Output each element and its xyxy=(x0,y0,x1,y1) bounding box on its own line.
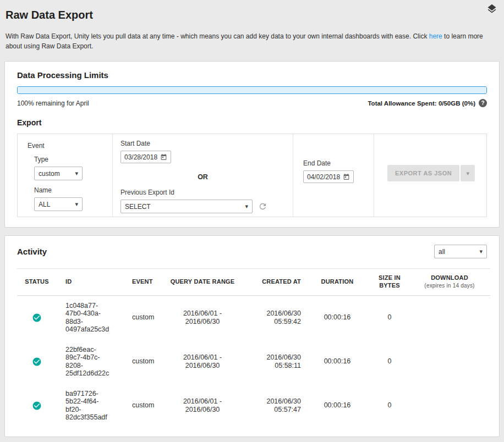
cell-event: custom xyxy=(125,340,167,384)
activity-table: STATUS ID EVENT QUERY DATE RANGE CREATED… xyxy=(17,268,490,428)
chevron-down-icon: ▾ xyxy=(466,170,469,176)
activity-heading: Activity xyxy=(17,247,47,256)
page-header: Raw Data Export With Raw Data Export, Un… xyxy=(0,0,504,51)
cell-event: custom xyxy=(125,295,167,340)
data-processing-card: Data Processing Limits 100% remaining fo… xyxy=(4,61,500,228)
previous-export-select[interactable]: SELECT ▾ xyxy=(120,200,253,213)
cell-duration: 00:00:16 xyxy=(304,384,370,428)
col-status: STATUS xyxy=(17,269,57,296)
cell-status xyxy=(17,340,57,384)
cell-status xyxy=(17,384,57,428)
allowance-progressbar xyxy=(17,86,487,94)
check-circle-icon xyxy=(32,313,42,323)
download-note: (expires in 14 days) xyxy=(411,283,488,290)
page-description: With Raw Data Export, Unity lets you pul… xyxy=(6,31,497,51)
activity-header: Activity all ▾ xyxy=(17,245,487,258)
learn-more-link[interactable]: here xyxy=(429,32,442,40)
start-date-label: Start Date xyxy=(120,140,285,147)
cell-size-in-bytes: 0 xyxy=(370,295,409,340)
check-circle-icon xyxy=(32,357,42,367)
activity-card: Activity all ▾ STATUS ID EVENT QUERY DAT… xyxy=(4,235,500,437)
col-duration: DURATION xyxy=(304,269,370,296)
table-row: ba971726-5b22-4f64-bf20-82dc3f355adf cus… xyxy=(17,384,490,428)
refresh-icon[interactable] xyxy=(258,202,267,211)
export-heading: Export xyxy=(17,118,487,127)
activity-filter-select[interactable]: all ▾ xyxy=(434,245,487,258)
event-type-select[interactable]: custom ▾ xyxy=(34,167,83,180)
cell-size-in-bytes: 0 xyxy=(370,384,409,428)
event-group-label: Event xyxy=(28,142,112,150)
export-actions-column: EXPORT AS JSON ▾ xyxy=(374,134,486,217)
table-header-row: STATUS ID EVENT QUERY DATE RANGE CREATED… xyxy=(17,269,490,296)
chevron-down-icon: ▾ xyxy=(75,201,78,207)
cell-created-at: 2016/06/30 05:57:47 xyxy=(238,384,304,428)
cell-download xyxy=(409,340,490,384)
cell-id: 1c048a77-47b0-430a-88d3-0497afa25c3d xyxy=(57,295,125,340)
description-text: With Raw Data Export, Unity lets you pul… xyxy=(6,32,429,40)
export-options-button[interactable]: ▾ xyxy=(461,165,475,181)
col-query-date-range: QUERY DATE RANGE xyxy=(167,269,238,296)
check-circle-icon xyxy=(32,401,42,411)
col-download: DOWNLOAD (expires in 14 days) xyxy=(409,269,490,296)
cell-query-date-range: 2016/06/01 - 2016/06/30 xyxy=(167,340,238,384)
activity-filter-value: all xyxy=(439,248,445,256)
event-type-value: custom xyxy=(39,170,60,178)
layers-icon[interactable] xyxy=(486,3,497,14)
cell-query-date-range: 2016/06/01 - 2016/06/30 xyxy=(167,295,238,340)
start-date-input[interactable]: 03/28/2018 xyxy=(120,151,171,163)
remaining-label: 100% remaining for April xyxy=(17,100,89,107)
type-label: Type xyxy=(34,156,112,163)
col-created-at: CREATED AT xyxy=(238,269,304,296)
export-form: Event Type custom ▾ Name ALL ▾ Start Dat… xyxy=(17,134,487,217)
allowance-summary: Total Allowance Spent: 0/50GB (0%) ? xyxy=(368,99,487,107)
end-date-column: End Date 04/02/2018 xyxy=(293,134,374,217)
calendar-icon xyxy=(160,153,167,161)
chevron-down-icon: ▾ xyxy=(75,170,78,176)
cell-size-in-bytes: 0 xyxy=(370,340,409,384)
cell-download xyxy=(409,295,490,340)
col-id: ID xyxy=(57,269,125,296)
cell-created-at: 2016/06/30 05:59:42 xyxy=(238,295,304,340)
cell-duration: 00:00:16 xyxy=(304,340,370,384)
start-date-column: Start Date 03/28/2018 OR Previous Export… xyxy=(112,134,293,217)
col-event: EVENT xyxy=(125,269,167,296)
page-title: Raw Data Export xyxy=(6,9,497,21)
previous-export-label: Previous Export Id xyxy=(120,189,285,196)
cell-created-at: 2016/06/30 05:58:11 xyxy=(238,340,304,384)
cell-status xyxy=(17,295,57,340)
previous-export-value: SELECT xyxy=(125,203,151,211)
limits-heading: Data Processing Limits xyxy=(17,70,487,80)
help-icon[interactable]: ? xyxy=(479,99,487,107)
cell-query-date-range: 2016/06/01 - 2016/06/30 xyxy=(167,384,238,428)
chevron-down-icon: ▾ xyxy=(245,203,248,209)
allowance-label: Total Allowance Spent: 0/50GB (0%) xyxy=(368,100,475,107)
limits-row: 100% remaining for April Total Allowance… xyxy=(17,99,487,107)
cell-duration: 00:00:16 xyxy=(304,295,370,340)
cell-download xyxy=(409,384,490,428)
event-name-value: ALL xyxy=(39,201,50,208)
end-date-input[interactable]: 04/02/2018 xyxy=(303,170,354,183)
event-name-select[interactable]: ALL ▾ xyxy=(34,197,83,211)
export-json-button[interactable]: EXPORT AS JSON xyxy=(387,165,459,181)
name-label: Name xyxy=(34,186,112,194)
end-date-label: End Date xyxy=(303,159,374,167)
start-date-value: 03/28/2018 xyxy=(124,153,157,161)
chevron-down-icon: ▾ xyxy=(479,248,483,255)
event-column: Event Type custom ▾ Name ALL ▾ xyxy=(18,134,112,217)
cell-event: custom xyxy=(125,384,167,428)
cell-id: 22bf6eac-89c7-4b7c-8208-25df12d6d22c xyxy=(57,340,125,384)
col-size-in-bytes: SIZE IN BYTES xyxy=(370,269,409,296)
allowance-progress-fill xyxy=(18,87,486,93)
calendar-icon xyxy=(343,173,350,180)
cell-id: ba971726-5b22-4f64-bf20-82dc3f355adf xyxy=(57,384,125,428)
end-date-value: 04/02/2018 xyxy=(307,173,340,181)
table-row: 1c048a77-47b0-430a-88d3-0497afa25c3d cus… xyxy=(17,295,490,340)
or-label: OR xyxy=(120,173,285,181)
download-label: DOWNLOAD xyxy=(431,274,468,281)
table-row: 22bf6eac-89c7-4b7c-8208-25df12d6d22c cus… xyxy=(17,340,490,384)
